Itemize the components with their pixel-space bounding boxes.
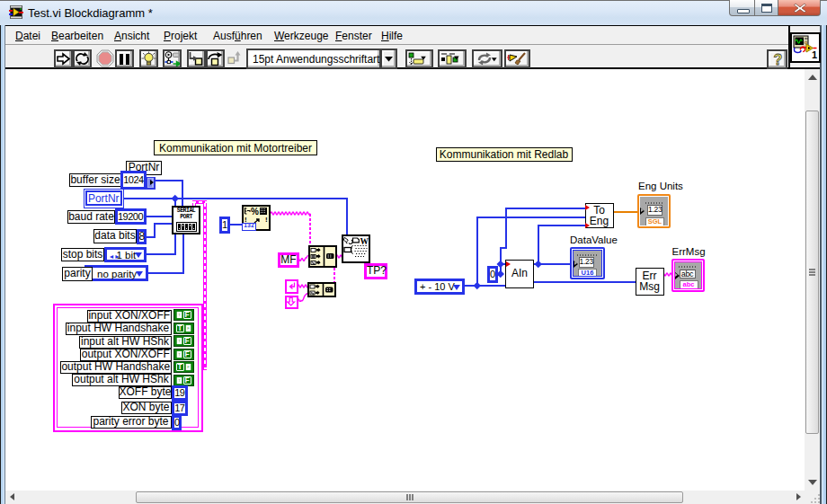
svg-text:%: % — [251, 207, 259, 217]
svg-text:W: W — [360, 237, 369, 246]
svg-text:1: 1 — [812, 49, 817, 60]
svg-text:!: ! — [265, 216, 268, 224]
